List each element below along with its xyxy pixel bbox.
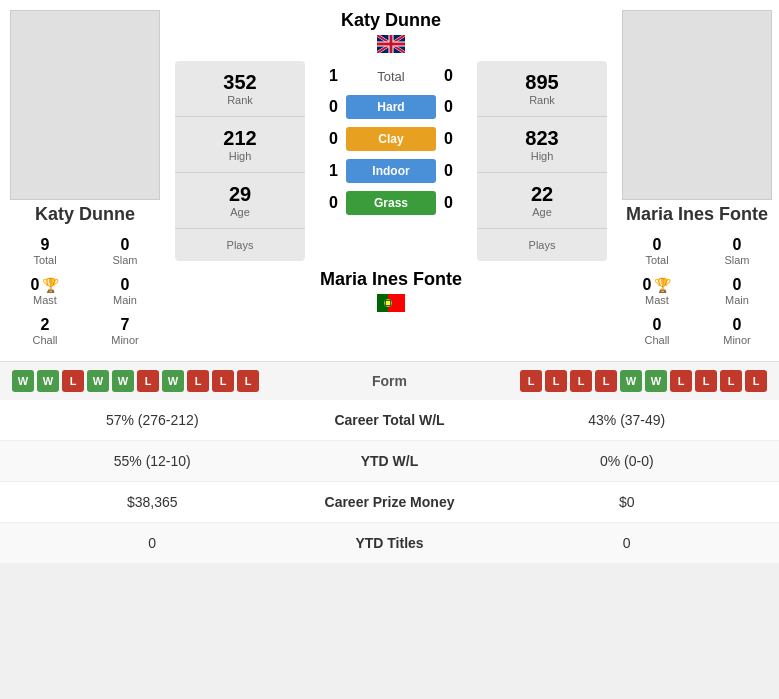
center-panels: 352 Rank 212 High 29 Age Plays (175, 61, 607, 261)
right-trophy-icon: 🏆 (654, 277, 671, 293)
indoor-button[interactable]: Indoor (346, 159, 436, 183)
total-line: 1 Total 0 (321, 61, 461, 91)
clay-btn-wrap: Clay (346, 127, 436, 151)
left-rank-label: Rank (227, 94, 253, 106)
left-age-value: 29 (229, 183, 251, 206)
right-minor-value: 0 (733, 316, 742, 334)
right-mast-label: Mast (645, 294, 669, 306)
grass-button[interactable]: Grass (346, 191, 436, 215)
left-age-item: 29 Age (175, 173, 305, 229)
left-minor-cell: 7 Minor (85, 311, 165, 351)
right-mast-value: 0 (643, 276, 652, 294)
ytd-wl-row: 55% (12-10) YTD W/L 0% (0-0) (0, 441, 779, 482)
right-chall-label: Chall (644, 334, 669, 346)
total-left-score: 1 (321, 67, 346, 85)
left-chall-label: Chall (32, 334, 57, 346)
form-badge-w: W (162, 370, 184, 392)
form-badge-l: L (720, 370, 742, 392)
main-container: Katy Dunne 9 Total 0 Slam 0 🏆 Mast (0, 0, 779, 564)
right-main-cell: 0 Main (697, 271, 777, 311)
left-total-label: Total (33, 254, 56, 266)
left-minor-value: 7 (121, 316, 130, 334)
right-age-label: Age (532, 206, 552, 218)
right-high-item: 823 High (477, 117, 607, 173)
ytd-titles-label: YTD Titles (290, 535, 490, 551)
form-badge-w: W (37, 370, 59, 392)
form-badge-l: L (545, 370, 567, 392)
form-badge-w: W (112, 370, 134, 392)
career-prize-left: $38,365 (15, 494, 290, 510)
clay-left-score: 0 (321, 130, 346, 148)
right-mast-cell: 0 🏆 Mast (617, 271, 697, 311)
left-stats-block: 9 Total 0 Slam 0 🏆 Mast 0 Main (5, 231, 165, 351)
right-player-center-name: Maria Ines Fonte (320, 269, 462, 290)
clay-button[interactable]: Clay (346, 127, 436, 151)
right-main-value: 0 (733, 276, 742, 294)
right-minor-cell: 0 Minor (697, 311, 777, 351)
hard-left-score: 0 (321, 98, 346, 116)
total-right-score: 0 (436, 67, 461, 85)
form-badge-w: W (12, 370, 34, 392)
form-badge-l: L (745, 370, 767, 392)
left-main-label: Main (113, 294, 137, 306)
indoor-right-score: 0 (436, 162, 461, 180)
form-badge-l: L (62, 370, 84, 392)
right-slam-value: 0 (733, 236, 742, 254)
left-rank-panel: 352 Rank 212 High 29 Age Plays (175, 61, 305, 261)
right-rank-panel: 895 Rank 823 High 22 Age Plays (477, 61, 607, 261)
right-rank-item: 895 Rank (477, 61, 607, 117)
hard-button[interactable]: Hard (346, 95, 436, 119)
form-badge-l: L (670, 370, 692, 392)
career-total-label: Career Total W/L (290, 412, 490, 428)
left-total-value: 9 (41, 236, 50, 254)
left-high-label: High (229, 150, 252, 162)
stats-rows: 57% (276-212) Career Total W/L 43% (37-4… (0, 400, 779, 564)
form-label: Form (372, 373, 407, 389)
ytd-wl-right: 0% (0-0) (490, 453, 765, 469)
right-minor-label: Minor (723, 334, 751, 346)
left-player-name[interactable]: Katy Dunne (35, 204, 135, 225)
left-high-item: 212 High (175, 117, 305, 173)
left-slam-label: Slam (112, 254, 137, 266)
right-chall-value: 0 (653, 316, 662, 334)
right-player-photo (622, 10, 772, 200)
right-flag (377, 294, 405, 316)
right-main-label: Main (725, 294, 749, 306)
indoor-btn-wrap: Indoor (346, 159, 436, 183)
left-chall-value: 2 (41, 316, 50, 334)
grass-btn-wrap: Grass (346, 191, 436, 215)
career-prize-row: $38,365 Career Prize Money $0 (0, 482, 779, 523)
player-comparison: Katy Dunne 9 Total 0 Slam 0 🏆 Mast (0, 0, 779, 361)
right-rank-label: Rank (529, 94, 555, 106)
left-player-photo (10, 10, 160, 200)
indoor-line: 1 Indoor 0 (321, 155, 461, 187)
right-player-name[interactable]: Maria Ines Fonte (626, 204, 768, 225)
left-total-cell: 9 Total (5, 231, 85, 271)
form-badge-w: W (620, 370, 642, 392)
form-badge-w: W (645, 370, 667, 392)
left-age-label: Age (230, 206, 250, 218)
career-total-left: 57% (276-212) (15, 412, 290, 428)
left-form-badges: WWLWWLWLLL (12, 370, 259, 392)
left-high-value: 212 (223, 127, 256, 150)
right-age-value: 22 (531, 183, 553, 206)
ytd-wl-left: 55% (12-10) (15, 453, 290, 469)
left-player-center-name: Katy Dunne (341, 10, 441, 31)
right-chall-cell: 0 Chall (617, 311, 697, 351)
grass-right-score: 0 (436, 194, 461, 212)
right-plays-item: Plays (477, 229, 607, 261)
right-form-badges: LLLLWWLLLL (520, 370, 767, 392)
left-main-cell: 0 Main (85, 271, 165, 311)
form-badge-l: L (212, 370, 234, 392)
right-player-col: Maria Ines Fonte 0 Total 0 Slam 0 🏆 Mast (612, 0, 779, 361)
left-rank-item: 352 Rank (175, 61, 305, 117)
left-plays-item: Plays (175, 229, 305, 261)
form-badge-l: L (137, 370, 159, 392)
form-badge-l: L (237, 370, 259, 392)
left-chall-cell: 2 Chall (5, 311, 85, 351)
ytd-wl-label: YTD W/L (290, 453, 490, 469)
left-flag (377, 35, 405, 57)
form-badge-l: L (695, 370, 717, 392)
right-high-value: 823 (525, 127, 558, 150)
right-total-cell: 0 Total (617, 231, 697, 271)
